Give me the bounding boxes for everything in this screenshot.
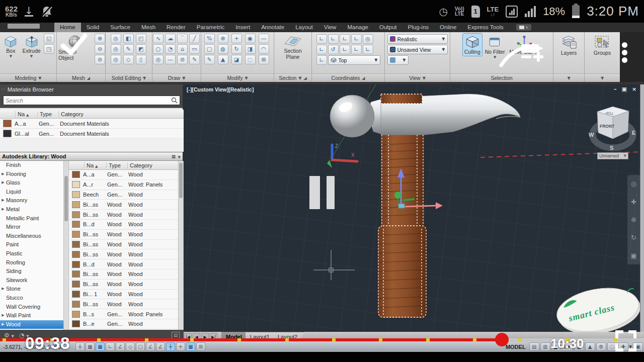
expand-arrow-icon[interactable]: ▶ — [0, 285, 6, 294]
ribbon-icon[interactable]: ◪ — [231, 55, 242, 64]
ribbon-tab[interactable]: Plug-ins — [403, 23, 435, 32]
material-row[interactable]: B...d Wood Wood — [69, 259, 178, 269]
flyout-caret-icon[interactable]: ▼ — [567, 76, 570, 80]
ribbon-icon[interactable]: ◎ — [111, 34, 121, 43]
viewcube[interactable]: W S E TOP FRONT — [589, 107, 635, 151]
status-toggle[interactable]: ◇ — [126, 342, 135, 351]
ribbon-icon[interactable]: + — [231, 34, 242, 43]
material-row[interactable]: B...d Wood Wood — [69, 220, 178, 230]
close-icon[interactable]: × — [632, 86, 636, 93]
material-row[interactable]: Beech Gen... Wood — [69, 190, 178, 200]
ribbon-icon[interactable]: ∟ — [351, 45, 362, 54]
material-row[interactable]: Bi...ss Wood Wood — [69, 280, 178, 290]
category-item[interactable]: Wall Covering — [0, 303, 63, 312]
ribbon-icon[interactable]: ⊘ — [95, 55, 105, 64]
material-row[interactable]: A...r Gen... Wood: Panels — [69, 180, 178, 190]
status-icon[interactable]: ⚙ — [596, 342, 606, 351]
material-row[interactable]: Bi...ss Wood Wood — [69, 269, 178, 280]
culling-button[interactable]: Culling — [463, 34, 482, 56]
ribbon-icon[interactable]: ◰ — [136, 34, 146, 43]
list-view-icon[interactable]: ≡ ▼ — [172, 153, 181, 160]
ribbon-icon[interactable]: ◎ — [363, 34, 373, 44]
ribbon-icon[interactable]: ⊕ — [218, 34, 228, 43]
category-item[interactable]: Metallic Paint — [0, 214, 63, 223]
material-row[interactable]: A...a Gen... Wood — [69, 170, 178, 180]
ribbon-icon[interactable]: — — [165, 55, 176, 64]
ribbon-icon[interactable]: ◎ — [111, 55, 121, 64]
status-toggle[interactable]: ⊞ — [196, 342, 205, 351]
lib-table-header[interactable]: Na▲ Type Category — [69, 161, 178, 170]
ribbon-icon[interactable]: ⊖ — [95, 44, 105, 54]
groups-button[interactable]: Groups — [592, 34, 612, 57]
ribbon-icon[interactable]: ◍ — [218, 44, 228, 54]
dialog-launcher-icon[interactable]: ◢ — [362, 76, 365, 80]
status-toggle[interactable]: ▦ — [86, 342, 95, 351]
ribbon-icon[interactable]: ▲ — [218, 55, 228, 64]
ribbon-icon[interactable]: ∟ — [340, 45, 350, 54]
material-row[interactable]: Gl...al Gen... Document Materials — [0, 129, 184, 139]
material-row[interactable]: Bi...ss Wood Wood — [69, 249, 178, 259]
material-row[interactable]: Bi... 1 Wood Wood — [69, 290, 178, 300]
material-row[interactable]: Bi...ss Wood Wood — [69, 240, 178, 250]
status-icon[interactable]: ▲ — [585, 342, 595, 351]
material-row[interactable]: Bi...ss Wood Wood — [69, 210, 178, 220]
pause-icon[interactable] — [327, 176, 335, 209]
overflow-menu-icon[interactable] — [622, 42, 627, 65]
doc-table-header[interactable]: Na▲ Type Category — [0, 110, 184, 119]
status-toggle[interactable]: ∠ — [116, 342, 125, 351]
ribbon-icon[interactable]: ∟ — [316, 34, 327, 44]
category-item[interactable]: ▶ Metal — [0, 205, 63, 214]
material-row[interactable]: B...s Gen... Wood: Panels — [69, 309, 178, 319]
ribbon-icon[interactable]: ☁ — [165, 34, 176, 43]
ribbon-icon[interactable]: ◱ — [44, 34, 54, 43]
video-scrubber[interactable] — [495, 333, 509, 346]
panel-grip-icon[interactable]: ∷ — [2, 87, 5, 92]
expand-arrow-icon[interactable]: ▶ — [0, 205, 6, 214]
material-row[interactable]: B...e Gen... Wood — [69, 319, 178, 329]
zoom-icon[interactable]: ⊗ — [631, 216, 636, 223]
category-item[interactable]: ▶ Masonry — [0, 196, 63, 205]
model-space-button[interactable]: MODEL — [503, 344, 528, 350]
box-button[interactable]: Box▼ — [2, 34, 19, 59]
ribbon-icon[interactable]: ◳ — [44, 44, 54, 54]
ribbon-icon[interactable]: ∟ — [340, 34, 350, 44]
category-item[interactable]: ▶ Flooring — [0, 170, 63, 179]
extrude-button[interactable]: Extrude▼ — [21, 34, 42, 59]
ribbon-icon[interactable]: ⊞ — [259, 55, 269, 64]
viewport[interactable]: Z X W S E TOP — [184, 84, 640, 332]
status-toggle[interactable]: ∟ — [106, 342, 115, 351]
ribbon-tab[interactable]: Insert — [230, 23, 256, 32]
ribbon-tab[interactable]: Output — [374, 23, 403, 32]
category-item[interactable]: ▶ Stone — [0, 285, 63, 294]
ucs-dropdown[interactable]: Top▼ — [328, 55, 380, 65]
ribbon-icon[interactable]: ◌ — [245, 55, 256, 64]
ribbon-icon[interactable]: ◎ — [111, 44, 121, 54]
ribbon-icon[interactable]: ⊘ — [177, 55, 188, 64]
material-settings-icon[interactable]: ⚙ ▼ — [4, 332, 14, 339]
expand-arrow-icon[interactable]: ▶ — [0, 320, 6, 329]
category-item[interactable]: Roofing — [0, 258, 63, 267]
ribbon-tab[interactable]: Online — [434, 23, 462, 32]
view-name-dropdown[interactable]: Unsaved View▼ — [387, 45, 448, 54]
minimize-icon[interactable]: – — [614, 86, 617, 93]
flyout-caret-icon[interactable]: ▼ — [245, 76, 248, 80]
ribbon-icon[interactable]: ∿ — [153, 34, 164, 43]
ribbon-icon[interactable]: ↻ — [231, 44, 242, 54]
category-item[interactable]: Siding — [0, 267, 63, 276]
ribbon-tab[interactable]: Layout — [290, 23, 318, 32]
material-row[interactable]: Bi...ss Wood Wood — [69, 200, 178, 210]
status-icon[interactable]: ▤ — [529, 342, 539, 351]
layers-button[interactable]: Layers — [559, 34, 579, 57]
status-toggle[interactable]: + — [176, 342, 185, 351]
ribbon-tab[interactable]: Mesh — [136, 23, 161, 32]
pause-icon[interactable] — [309, 176, 320, 209]
section-plane-button[interactable]: Section Plane — [282, 34, 303, 61]
expand-arrow-icon[interactable]: ▶ — [0, 170, 6, 179]
category-item[interactable]: Mirror — [0, 223, 63, 232]
ribbon-icon[interactable]: ∟ — [316, 45, 327, 54]
status-toggle[interactable]: ∠ — [156, 342, 165, 351]
ribbon-tab[interactable]: Surface — [105, 23, 136, 32]
pan-icon[interactable]: ✚ — [631, 198, 636, 206]
category-item[interactable]: Stucco — [0, 294, 63, 303]
expand-arrow-icon[interactable]: ▶ — [0, 178, 6, 188]
